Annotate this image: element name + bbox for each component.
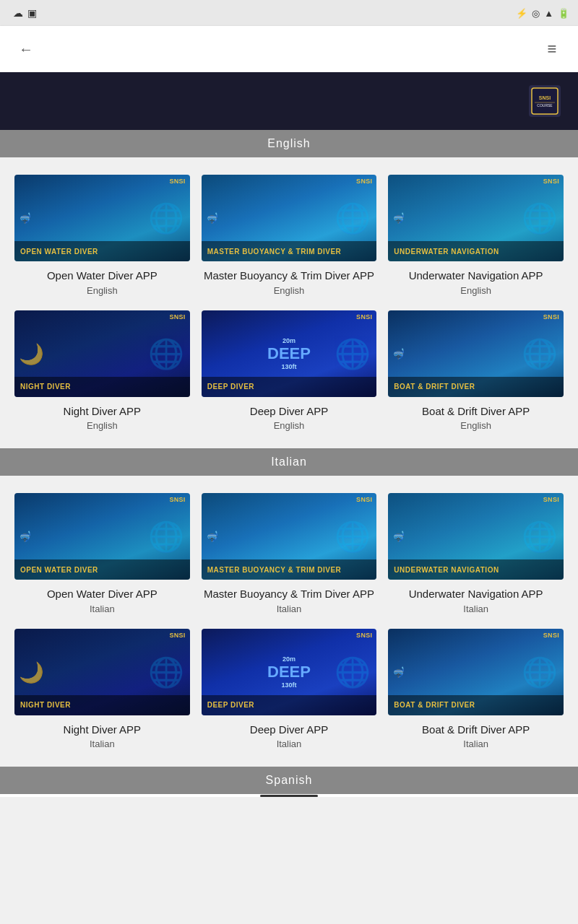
battery-icon: 🔋 bbox=[558, 8, 569, 19]
course-thumbnail: SNSI🌐🤿MASTER BUOYANCY & TRIM DIVER bbox=[202, 175, 377, 261]
diver-icon: 🤿 bbox=[206, 212, 218, 224]
diver-icon: 🤿 bbox=[392, 212, 405, 224]
menu-button[interactable]: ≡ bbox=[538, 35, 566, 64]
bottom-indicator bbox=[260, 795, 318, 797]
thumb-overlay: MASTER BUOYANCY & TRIM DIVER bbox=[202, 559, 377, 580]
depth-indicator: 20mDEEP130ft bbox=[267, 655, 311, 689]
course-card[interactable]: SNSI🌐🤿BOAT & DRIFT DIVERBoat & Drift Div… bbox=[388, 310, 564, 432]
course-card-lang: English bbox=[460, 420, 491, 431]
course-card-lang: Italian bbox=[463, 603, 488, 614]
course-card[interactable]: SNSI🌐20mDEEP130ftDEEP DIVERDeep Diver AP… bbox=[202, 629, 377, 750]
course-thumbnail: SNSI🌐20mDEEP130ftDEEP DIVER bbox=[202, 310, 377, 397]
course-card-title: Open Water Diver APP bbox=[47, 587, 158, 601]
diver-icon: 🤿 bbox=[19, 531, 31, 542]
course-thumbnail: SNSI🌐🌙NIGHT DIVER bbox=[14, 310, 190, 397]
course-card-title: Boat & Drift Diver APP bbox=[422, 723, 530, 737]
course-card-lang: English bbox=[87, 285, 118, 296]
snsi-badge: SNSI bbox=[356, 632, 372, 639]
thumb-course-label: MASTER BUOYANCY & TRIM DIVER bbox=[207, 248, 342, 256]
globe-icon: 🌐 bbox=[522, 520, 558, 554]
svg-text:COURSE: COURSE bbox=[537, 103, 553, 108]
snsi-badge: SNSI bbox=[543, 313, 559, 321]
thumb-overlay: NIGHT DIVER bbox=[14, 377, 190, 397]
course-card[interactable]: SNSI🌐🌙NIGHT DIVERNight Diver APPEnglish bbox=[14, 310, 190, 432]
globe-icon: 🌐 bbox=[148, 655, 184, 689]
status-left: ☁ ▣ bbox=[9, 7, 37, 19]
globe-icon: 🌐 bbox=[335, 336, 371, 370]
course-card[interactable]: SNSI🌐🌙NIGHT DIVERNight Diver APPItalian bbox=[14, 629, 190, 750]
sections-container: EnglishSNSI🌐🤿OPEN WATER DIVEROpen Water … bbox=[0, 130, 578, 794]
diver-icon: 🤿 bbox=[392, 531, 405, 542]
diver-icon: 🤿 bbox=[392, 348, 405, 359]
thumb-course-label: NIGHT DIVER bbox=[20, 383, 71, 391]
course-card[interactable]: SNSI🌐🤿BOAT & DRIFT DIVERBoat & Drift Div… bbox=[388, 629, 564, 750]
globe-icon: 🌐 bbox=[522, 336, 558, 370]
course-card-title: Deep Diver APP bbox=[250, 404, 328, 419]
course-grid-english: SNSI🌐🤿OPEN WATER DIVEROpen Water Diver A… bbox=[0, 157, 578, 448]
course-thumbnail: SNSI🌐🤿UNDERWATER NAVIGATION bbox=[388, 175, 564, 261]
globe-icon: 🌐 bbox=[335, 201, 371, 235]
bluetooth-icon: ⚡ bbox=[516, 8, 527, 19]
snsi-badge: SNSI bbox=[543, 496, 559, 503]
diver-icon: 🤿 bbox=[206, 531, 218, 542]
course-card-lang: Italian bbox=[90, 603, 115, 614]
course-thumbnail: SNSI🌐🤿BOAT & DRIFT DIVER bbox=[388, 629, 564, 715]
status-bar: ☁ ▣ ⚡ ◎ ▲ 🔋 bbox=[0, 0, 578, 26]
course-card-lang: Italian bbox=[90, 738, 115, 749]
thumb-overlay: OPEN WATER DIVER bbox=[14, 241, 190, 261]
snsi-badge: SNSI bbox=[543, 632, 559, 639]
snsi-badge: SNSI bbox=[169, 178, 185, 185]
course-card[interactable]: SNSI🌐20mDEEP130ftDEEP DIVERDeep Diver AP… bbox=[202, 310, 377, 432]
course-card-lang: English bbox=[87, 420, 118, 431]
thumb-overlay: NIGHT DIVER bbox=[14, 695, 190, 715]
thumb-overlay: UNDERWATER NAVIGATION bbox=[388, 559, 564, 580]
status-right: ⚡ ◎ ▲ 🔋 bbox=[516, 8, 569, 19]
wifi-icon: ▲ bbox=[544, 8, 553, 19]
moon-icon: 🌙 bbox=[19, 341, 44, 365]
thumb-course-label: OPEN WATER DIVER bbox=[20, 248, 98, 256]
thumb-course-label: UNDERWATER NAVIGATION bbox=[394, 248, 499, 256]
course-card[interactable]: SNSI🌐🤿UNDERWATER NAVIGATIONUnderwater Na… bbox=[388, 175, 564, 296]
course-card-title: Open Water Diver APP bbox=[47, 269, 158, 283]
course-thumbnail: SNSI🌐🤿OPEN WATER DIVER bbox=[14, 493, 190, 580]
app-bar: ← ≡ bbox=[0, 26, 578, 72]
globe-icon: 🌐 bbox=[522, 655, 558, 689]
snsi-badge: SNSI bbox=[356, 313, 372, 321]
course-card-title: Deep Diver APP bbox=[250, 723, 328, 737]
course-card[interactable]: SNSI🌐🤿OPEN WATER DIVEROpen Water Diver A… bbox=[14, 175, 190, 296]
course-card[interactable]: SNSI🌐🤿OPEN WATER DIVEROpen Water Diver A… bbox=[14, 493, 190, 614]
thumb-overlay: BOAT & DRIFT DIVER bbox=[388, 695, 564, 715]
screen-icon: ▣ bbox=[27, 7, 37, 19]
bottom-bar bbox=[0, 794, 578, 797]
back-button[interactable]: ← bbox=[12, 35, 40, 64]
thumb-course-label: DEEP DIVER bbox=[207, 701, 254, 709]
snsi-badge: SNSI bbox=[356, 496, 372, 503]
globe-icon: 🌐 bbox=[335, 655, 371, 689]
course-card-lang: Italian bbox=[277, 738, 302, 749]
thumb-course-label: BOAT & DRIFT DIVER bbox=[394, 701, 475, 709]
thumb-overlay: UNDERWATER NAVIGATION bbox=[388, 241, 564, 261]
course-card[interactable]: SNSI🌐🤿MASTER BUOYANCY & TRIM DIVERMaster… bbox=[202, 175, 377, 296]
section-divider-english: English bbox=[0, 130, 578, 157]
course-card[interactable]: SNSI🌐🤿MASTER BUOYANCY & TRIM DIVERMaster… bbox=[202, 493, 377, 614]
course-thumbnail: SNSI🌐🤿MASTER BUOYANCY & TRIM DIVER bbox=[202, 493, 377, 580]
course-thumbnail: SNSI🌐🤿BOAT & DRIFT DIVER bbox=[388, 310, 564, 397]
svg-text:SNSI: SNSI bbox=[539, 95, 551, 100]
thumb-overlay: OPEN WATER DIVER bbox=[14, 559, 190, 580]
course-card-lang: English bbox=[274, 420, 305, 431]
thumb-overlay: DEEP DIVER bbox=[202, 695, 377, 715]
thumb-course-label: DEEP DIVER bbox=[207, 383, 254, 391]
course-card[interactable]: SNSI🌐🤿UNDERWATER NAVIGATIONUnderwater Na… bbox=[388, 493, 564, 614]
globe-icon: 🌐 bbox=[148, 520, 184, 554]
course-card-title: Night Diver APP bbox=[64, 404, 142, 419]
course-card-lang: Italian bbox=[463, 738, 488, 749]
snsi-badge: SNSI bbox=[169, 496, 185, 503]
course-card-lang: English bbox=[460, 285, 491, 296]
diver-icon: 🤿 bbox=[19, 212, 31, 224]
course-card-title: Underwater Navigation APP bbox=[409, 587, 543, 601]
thumb-course-label: NIGHT DIVER bbox=[20, 701, 71, 709]
signal-icon: ◎ bbox=[532, 8, 540, 19]
thumb-course-label: OPEN WATER DIVER bbox=[20, 566, 98, 574]
snsi-badge: SNSI bbox=[169, 632, 185, 639]
section-divider-spanish: Spanish bbox=[0, 767, 578, 794]
